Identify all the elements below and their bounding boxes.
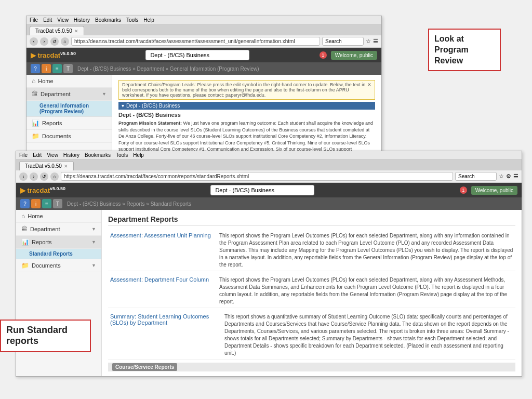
b-settings-icon[interactable]: ⚙ bbox=[506, 173, 511, 180]
bottom-dept-dropdown[interactable]: Dept - (B/CS) Business bbox=[210, 185, 314, 195]
b-sidebar-item-reports[interactable]: 📊 Reports ▼ bbox=[16, 236, 101, 249]
bottom-browser-tab[interactable]: TracDat v5.0.50 ✕ bbox=[19, 161, 74, 170]
b-breadcrumb-dept: Dept - (B/CS) Business bbox=[67, 201, 121, 207]
bottom-notif-badge: 1 bbox=[460, 187, 467, 194]
menu-history[interactable]: History bbox=[74, 17, 90, 23]
b-menu-view[interactable]: View bbox=[47, 152, 58, 158]
b-tab-label: TracDat v5.0.50 bbox=[25, 163, 62, 169]
b-documents-caret-icon: ▼ bbox=[91, 263, 96, 268]
top-alert-bar: Department Chairs/Program Leads: Please … bbox=[118, 80, 375, 100]
b-menu-bookmarks[interactable]: Bookmarks bbox=[85, 152, 111, 158]
sidebar-dept-label: Department bbox=[41, 91, 70, 97]
sidebar-home-label: Home bbox=[38, 78, 53, 84]
alert-text: Department Chairs/Program Leads: Please … bbox=[122, 82, 367, 98]
home-icon: ⌂ bbox=[32, 77, 35, 85]
help-icon[interactable]: ? bbox=[31, 64, 40, 73]
b-standard-reports-label: Standard Reports bbox=[29, 251, 73, 257]
b-url-input[interactable]: https://deanza.tracdat.com/tracdat/faces… bbox=[61, 172, 453, 181]
b-help-icon[interactable]: ? bbox=[20, 199, 30, 208]
report-link-3[interactable]: Summary: Student Learning Outcomes (SLOs… bbox=[110, 313, 219, 357]
bottom-browser-screenshot: File Edit View History Bookmarks Tools H… bbox=[16, 151, 522, 377]
course-section-label: Course/Service Reports bbox=[108, 363, 515, 371]
bottom-tracdat-logo: ▶ tracdatv5.0.50 bbox=[20, 186, 65, 194]
report-link-1[interactable]: Assessment: Assessment Unit Planning bbox=[110, 232, 214, 269]
menu-view[interactable]: View bbox=[57, 17, 69, 23]
list-icon[interactable]: ≡ bbox=[52, 64, 62, 73]
sidebar-item-home[interactable]: ⌂ Home bbox=[26, 75, 112, 88]
bottom-tracdat-header: ▶ tracdatv5.0.50 Dept - (B/CS) Business … bbox=[16, 183, 522, 197]
annotation-top-text: Look at Program Review bbox=[434, 34, 469, 65]
top-section-header: ▾ Dept - (B/CS) Business bbox=[118, 102, 375, 110]
menu-icon[interactable]: ☰ bbox=[373, 38, 378, 45]
b-sidebar-item-home[interactable]: ⌂ Home bbox=[16, 210, 101, 223]
top-tab-bar: TracDat v5.0.50 ✕ bbox=[26, 24, 381, 35]
menu-edit[interactable]: Edit bbox=[43, 17, 52, 23]
b-sidebar-item-standard-reports[interactable]: Standard Reports bbox=[16, 249, 101, 259]
b-reports-icon: 📊 bbox=[21, 238, 29, 246]
sidebar-item-general-info[interactable]: General Information (Program Review) bbox=[26, 101, 112, 117]
b-sidebar-item-department[interactable]: 🏛 Department ▼ bbox=[16, 223, 101, 236]
b-breadcrumb-reports: Reports bbox=[127, 201, 145, 207]
b-refresh-button[interactable]: ↺ bbox=[40, 172, 48, 181]
tab-close-icon[interactable]: ✕ bbox=[74, 29, 78, 34]
bookmark-icon[interactable]: ☆ bbox=[366, 38, 371, 45]
home-button[interactable]: ⌂ bbox=[61, 37, 69, 46]
course-report-link-1[interactable]: Assessment: Course/Service Four Column bbox=[110, 376, 218, 376]
sidebar-item-reports[interactable]: 📊 Reports bbox=[26, 117, 112, 130]
b-menu-edit[interactable]: Edit bbox=[33, 152, 42, 158]
course-report-desc-1: This report shows the Student Learning O… bbox=[223, 376, 513, 376]
b-info-icon[interactable]: i bbox=[31, 199, 41, 208]
url-input[interactable]: https://deanza.tracdat.com/tracdat/faces… bbox=[71, 37, 320, 46]
forward-button[interactable]: › bbox=[40, 37, 48, 46]
top-browser-tab[interactable]: TracDat v5.0.50 ✕ bbox=[30, 26, 84, 35]
bottom-menubar: File Edit View History Bookmarks Tools H… bbox=[16, 151, 522, 159]
b-search-input[interactable]: Search bbox=[455, 172, 497, 181]
general-info-label: General Information (Program Review) bbox=[39, 103, 89, 114]
b-menu-icon[interactable]: ☰ bbox=[513, 173, 518, 180]
menu-file[interactable]: File bbox=[30, 17, 38, 23]
top-breadcrumb-text: Dept - (B/CS) Business » Department » Ge… bbox=[77, 66, 259, 72]
top-tracdat-logo: ▶ tracdatv5.0.50 bbox=[31, 51, 76, 59]
b-forward-button[interactable]: › bbox=[30, 172, 38, 181]
b-menu-tools[interactable]: Tools bbox=[116, 152, 128, 158]
b-home-button[interactable]: ⌂ bbox=[50, 172, 59, 181]
bottom-app-body: ⌂ Home 🏛 Department ▼ 📊 Reports ▼ Standa… bbox=[16, 210, 522, 376]
sidebar-item-documents[interactable]: 📁 Documents bbox=[26, 130, 112, 143]
b-tab-close-icon[interactable]: ✕ bbox=[64, 164, 68, 169]
report-row-1: Assessment: Assessment Unit Planning Thi… bbox=[108, 230, 515, 271]
bottom-welcome-button[interactable]: Welcome, public bbox=[471, 186, 517, 195]
alert-close-icon[interactable]: ✕ bbox=[367, 82, 371, 98]
b-menu-history[interactable]: History bbox=[63, 152, 79, 158]
menu-tools[interactable]: Tools bbox=[126, 17, 138, 23]
text-icon[interactable]: T bbox=[63, 64, 73, 73]
section-collapse-icon[interactable]: ▾ bbox=[122, 103, 124, 109]
top-dept-title: Dept - (B/CS) Business bbox=[118, 112, 375, 118]
sidebar-reports-label: Reports bbox=[42, 120, 62, 126]
b-bookmark-icon[interactable]: ☆ bbox=[499, 173, 504, 180]
back-button[interactable]: ‹ bbox=[30, 37, 38, 46]
info-icon[interactable]: i bbox=[42, 64, 51, 73]
top-tracdat-header: ▶ tracdatv5.0.50 Dept - (B/CS) Business … bbox=[26, 48, 381, 62]
menu-help[interactable]: Help bbox=[143, 17, 154, 23]
top-menubar: File Edit View History Bookmarks Tools H… bbox=[26, 16, 381, 24]
b-menu-file[interactable]: File bbox=[19, 152, 28, 158]
top-breadcrumb: Dept - (B/CS) Business » Department » Ge… bbox=[77, 66, 259, 72]
bottom-toolbar: ? i ≡ T Dept - (B/CS) Business » Reports… bbox=[16, 197, 522, 210]
b-documents-icon: 📁 bbox=[21, 262, 29, 269]
b-list-icon[interactable]: ≡ bbox=[42, 199, 51, 208]
b-menu-help[interactable]: Help bbox=[133, 152, 144, 158]
sidebar-item-department[interactable]: 🏛 Department ▼ bbox=[26, 88, 112, 101]
b-dept-caret-icon: ▼ bbox=[91, 227, 96, 232]
search-input[interactable]: Search bbox=[322, 37, 364, 46]
b-sidebar-item-documents[interactable]: 📁 Documents ▼ bbox=[16, 259, 101, 272]
bottom-addressbar: ‹ › ↺ ⌂ https://deanza.tracdat.com/tracd… bbox=[16, 170, 522, 183]
b-text-icon[interactable]: T bbox=[53, 199, 62, 208]
top-welcome-button[interactable]: Welcome, public bbox=[331, 51, 377, 60]
menu-bookmarks[interactable]: Bookmarks bbox=[95, 17, 121, 23]
top-dept-dropdown[interactable]: Dept - (B/CS) Business bbox=[145, 50, 249, 60]
refresh-button[interactable]: ↺ bbox=[50, 37, 59, 46]
report-link-2[interactable]: Assessment: Department Four Column bbox=[110, 276, 214, 305]
bottom-tab-bar: TracDat v5.0.50 ✕ bbox=[16, 159, 522, 170]
b-back-button[interactable]: ‹ bbox=[19, 172, 28, 181]
course-report-row-1: Assessment: Course/Service Four Column T… bbox=[108, 374, 515, 376]
